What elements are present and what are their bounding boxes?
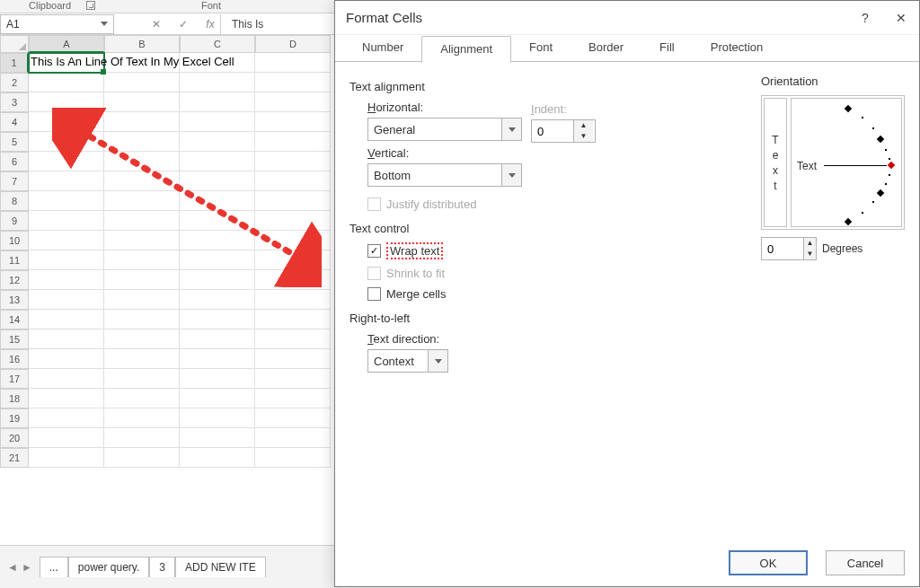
cell[interactable] — [29, 389, 104, 408]
cell[interactable] — [29, 211, 104, 231]
cell[interactable] — [104, 73, 180, 92]
cell[interactable] — [255, 389, 331, 408]
cell[interactable] — [180, 73, 255, 92]
cell[interactable] — [255, 329, 331, 349]
row-header[interactable]: 16 — [0, 349, 29, 369]
cell[interactable] — [104, 250, 180, 270]
cell[interactable] — [104, 171, 180, 191]
wrap-text-checkbox[interactable] — [367, 244, 381, 258]
cell[interactable] — [29, 171, 104, 191]
column-header-c[interactable]: C — [180, 35, 255, 53]
cell[interactable] — [255, 191, 331, 211]
cell[interactable] — [255, 211, 331, 231]
cell[interactable] — [180, 191, 255, 211]
cell[interactable] — [29, 112, 104, 132]
cell[interactable] — [255, 132, 331, 152]
cell[interactable] — [255, 92, 331, 112]
cell[interactable] — [104, 448, 180, 468]
spinner-up-icon[interactable]: ▲ — [574, 120, 593, 131]
cell[interactable] — [104, 152, 180, 171]
cell[interactable] — [180, 171, 255, 191]
row-header[interactable]: 12 — [0, 270, 29, 290]
cell[interactable] — [180, 132, 255, 152]
spinner-down-icon[interactable]: ▼ — [804, 249, 816, 259]
row-header[interactable]: 7 — [0, 171, 29, 191]
cell[interactable] — [255, 408, 331, 428]
row-header[interactable]: 13 — [0, 290, 29, 310]
sheet-tab-3[interactable]: 3 — [149, 557, 175, 577]
tab-fill[interactable]: Fill — [641, 35, 693, 62]
spinner-up-icon[interactable]: ▲ — [804, 238, 816, 249]
cell[interactable] — [255, 250, 331, 270]
row-header[interactable]: 19 — [0, 408, 29, 428]
cell[interactable] — [29, 290, 104, 310]
cell[interactable] — [180, 448, 255, 468]
cell[interactable] — [104, 290, 180, 310]
cell[interactable] — [104, 92, 180, 112]
cell[interactable] — [180, 408, 255, 428]
orientation-vertical-text[interactable]: Text — [764, 98, 787, 227]
row-header[interactable]: 6 — [0, 152, 29, 171]
merge-cells-checkbox[interactable] — [367, 287, 381, 301]
column-header-d[interactable]: D — [255, 35, 331, 53]
cell[interactable] — [29, 191, 104, 211]
orientation-preview[interactable]: Text Text — [761, 95, 905, 230]
cell[interactable] — [180, 428, 255, 448]
row-header[interactable]: 20 — [0, 428, 29, 448]
tab-protection[interactable]: Protection — [693, 35, 782, 62]
row-header[interactable]: 2 — [0, 73, 29, 92]
cell[interactable] — [104, 389, 180, 408]
name-box[interactable]: A1 — [0, 14, 114, 34]
cancel-formula-icon[interactable]: ✕ — [150, 18, 163, 31]
cell[interactable] — [180, 310, 255, 329]
row-header[interactable]: 14 — [0, 310, 29, 329]
column-header-b[interactable]: B — [104, 35, 180, 53]
sheet-tab-ellipsis[interactable]: ... — [40, 557, 68, 577]
cell[interactable] — [104, 329, 180, 349]
cell[interactable] — [180, 152, 255, 171]
vertical-dropdown[interactable]: Bottom — [367, 163, 522, 187]
help-button[interactable]: ? — [847, 1, 883, 35]
cell[interactable] — [255, 369, 331, 389]
row-header[interactable]: 1 — [0, 53, 29, 73]
cell[interactable] — [104, 112, 180, 132]
cell[interactable] — [29, 448, 104, 468]
cell[interactable] — [255, 53, 331, 73]
cell[interactable] — [255, 171, 331, 191]
cell[interactable] — [180, 369, 255, 389]
tab-font[interactable]: Font — [511, 35, 571, 62]
spinner-down-icon[interactable]: ▼ — [574, 131, 593, 142]
row-header[interactable]: 3 — [0, 92, 29, 112]
cell[interactable] — [104, 428, 180, 448]
sheet-nav-arrows[interactable]: ◄► — [7, 561, 40, 574]
row-header[interactable]: 11 — [0, 250, 29, 270]
cell[interactable] — [104, 369, 180, 389]
cell[interactable] — [255, 428, 331, 448]
row-header[interactable]: 10 — [0, 231, 29, 250]
cell[interactable] — [255, 448, 331, 468]
cell[interactable] — [104, 211, 180, 231]
cell[interactable] — [29, 270, 104, 290]
cell[interactable] — [29, 132, 104, 152]
tab-alignment[interactable]: Alignment — [421, 36, 511, 63]
cell[interactable] — [29, 349, 104, 369]
text-direction-dropdown[interactable]: Context — [367, 349, 448, 373]
cell[interactable] — [180, 329, 255, 349]
cell[interactable] — [29, 329, 104, 349]
indent-value[interactable] — [532, 120, 573, 142]
cell[interactable] — [180, 389, 255, 408]
cell[interactable] — [180, 270, 255, 290]
cell[interactable] — [104, 270, 180, 290]
row-header[interactable]: 15 — [0, 329, 29, 349]
cell[interactable] — [180, 231, 255, 250]
cancel-button[interactable]: Cancel — [826, 550, 905, 575]
cell[interactable] — [180, 92, 255, 112]
fx-icon[interactable]: fx — [204, 18, 217, 31]
cell[interactable] — [29, 73, 104, 92]
cell[interactable] — [29, 428, 104, 448]
name-box-dropdown-icon[interactable] — [98, 18, 111, 31]
indent-spinner[interactable]: ▲▼ — [531, 119, 596, 143]
cell[interactable] — [29, 310, 104, 329]
cell[interactable] — [104, 132, 180, 152]
cell[interactable] — [180, 250, 255, 270]
